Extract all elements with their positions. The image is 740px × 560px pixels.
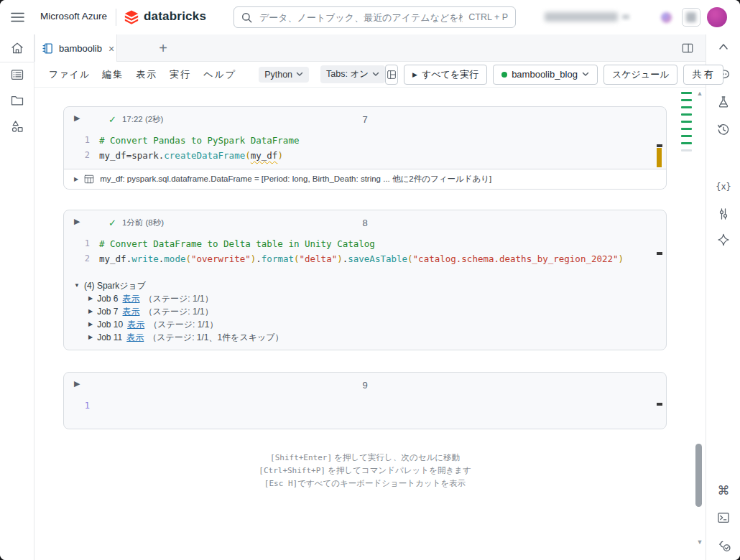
language-selector[interactable]: Python	[259, 67, 309, 83]
variable-explorer-icon[interactable]: {x}	[706, 182, 740, 192]
workspace-list-icon[interactable]	[10, 67, 24, 82]
editor-scroll-thumb[interactable]	[657, 144, 662, 147]
azure-label: Microsoft Azure	[40, 11, 107, 22]
cluster-selector[interactable]: bamboolib_blog	[493, 65, 598, 85]
menu-view[interactable]: 表示	[136, 68, 157, 81]
settings-sliders-icon[interactable]	[716, 207, 731, 221]
search-input[interactable]	[258, 11, 464, 24]
hint-text: を押して実行し、次のセルに移動	[332, 453, 460, 462]
tab-bamboolib[interactable]: bamboolib ×	[34, 34, 117, 62]
editor-scroll-thumb[interactable]	[657, 252, 662, 255]
cluster-label: bamboolib_blog	[512, 69, 578, 80]
code-token: "catalog.schema.deaths_by_region_2022"	[413, 253, 619, 264]
line-number: 2	[64, 148, 99, 163]
cell-status-marker	[681, 128, 692, 130]
menu-help[interactable]: ヘルプ	[203, 68, 236, 81]
home-icon[interactable]	[10, 41, 24, 55]
expand-icon[interactable]: ▶	[88, 296, 93, 302]
cell-header: ▶ 9	[64, 373, 666, 398]
spark-jobs-label: (4) Sparkジョブ	[84, 280, 146, 292]
tabs-toggle[interactable]: Tabs: オン	[320, 65, 385, 83]
job-view-link[interactable]: 表示	[127, 319, 144, 331]
code-line-content: # Convert DataFrame to Delta table in Un…	[99, 236, 375, 251]
menu-file[interactable]: ファイル	[49, 68, 90, 81]
layout-grid-button[interactable]	[385, 65, 398, 85]
job-view-link[interactable]: 表示	[126, 332, 144, 344]
spark-jobs-header[interactable]: ▼ (4) Sparkジョブ	[74, 279, 666, 292]
hamburger-menu-icon[interactable]	[11, 12, 24, 22]
chevron-down-icon	[296, 72, 303, 77]
expand-icon[interactable]: ▶	[88, 335, 93, 340]
warning-marker	[657, 148, 662, 167]
cell-status: ✓ 1分前 (8秒)	[108, 218, 164, 228]
spark-job-row: ▶ Job 7 表示 （ステージ: 1/1）	[74, 305, 666, 318]
menu-run[interactable]: 実行	[170, 68, 191, 81]
code-token: mode	[164, 253, 185, 264]
workflows-shapes-icon[interactable]	[10, 119, 24, 134]
app-window: Microsoft Azure databricks CTRL + P	[0, 0, 740, 560]
job-name: Job 7	[97, 307, 118, 317]
schedule-button[interactable]: スケジュール	[603, 65, 678, 85]
code-token: )	[619, 253, 624, 264]
code-line[interactable]: 2 my_df.write.mode("overwrite").format("…	[64, 251, 666, 266]
code-token: "overwrite"	[191, 253, 251, 264]
topbar-action-button[interactable]	[682, 8, 700, 27]
code-line[interactable]: 1 # Convert DataFrame to Delta table in …	[64, 236, 666, 251]
user-avatar[interactable]	[707, 7, 727, 27]
right-panel-rail: {x} ⌘	[706, 34, 740, 560]
experiments-flask-icon[interactable]	[716, 95, 731, 109]
code-line[interactable]: 1	[64, 398, 666, 414]
cell-header: ▶ 7 ✓ 17:22 (2秒)	[64, 107, 666, 133]
notebook-cell-9: ▶ 9 1	[63, 372, 667, 429]
spark-job-row: ▶ Job 11 表示 （ステージ: 1/1、1件をスキップ）	[74, 331, 666, 344]
job-name: Job 6	[97, 294, 118, 304]
execution-time: 1分前 (8秒)	[122, 218, 164, 228]
job-view-link[interactable]: 表示	[123, 306, 140, 318]
expand-icon[interactable]: ▶	[88, 309, 93, 314]
menu-edit[interactable]: 編集	[102, 68, 124, 81]
output-expander-icon[interactable]: ▶	[74, 176, 78, 182]
code-token: saveAsTable	[348, 253, 407, 264]
split-view-icon[interactable]	[681, 42, 694, 55]
notebook-icon	[42, 42, 54, 55]
assistant-sparkle-icon[interactable]	[716, 233, 731, 247]
keyboard-hints: [Shift+Enter] を押して実行し、次のセルに移動 [Ctrl+Shif…	[63, 450, 667, 489]
tab-close-icon[interactable]: ×	[108, 44, 114, 54]
global-search[interactable]: CTRL + P	[233, 6, 516, 28]
databricks-wordmark: databricks	[144, 9, 206, 24]
cell-status-marker	[681, 113, 692, 116]
job-stage: （ステージ: 1/1）	[144, 306, 213, 318]
databricks-logo-icon	[124, 9, 139, 25]
expand-icon[interactable]: ▶	[88, 322, 93, 327]
job-name: Job 11	[97, 332, 122, 342]
workspace-selector-redacted[interactable]	[545, 12, 618, 22]
cell-status: ✓ 17:22 (2秒)	[108, 114, 163, 125]
cell-header: ▶ 8 ✓ 1分前 (8秒)	[64, 210, 666, 236]
job-name: Job 10	[97, 319, 123, 330]
terminal-icon[interactable]	[716, 510, 731, 525]
scroll-up-icon[interactable]: ▲	[693, 90, 706, 97]
job-stage: （ステージ: 1/1）	[149, 319, 218, 331]
notebook-cell-7: ▶ 7 ✓ 17:22 (2秒) 1 # Convert Pandas to P…	[63, 106, 667, 190]
code-line-content: my_df=spark.createDataFrame(my_df)	[99, 148, 283, 163]
code-token: write	[131, 253, 159, 264]
editor-scroll-thumb[interactable]	[657, 403, 662, 406]
folder-icon[interactable]	[10, 93, 24, 108]
job-view-link[interactable]: 表示	[123, 293, 140, 305]
code-line[interactable]: 1 # Convert Pandas to PySpark DataFrame	[64, 133, 666, 148]
scroll-down-icon[interactable]: ▼	[693, 538, 706, 546]
version-history-icon[interactable]	[716, 122, 731, 136]
share-button[interactable]: 共有	[683, 65, 723, 85]
job-stage: （ステージ: 1/1、1件をスキップ）	[148, 332, 283, 344]
notebook-scrollbar-thumb[interactable]	[695, 444, 702, 507]
new-tab-button[interactable]: +	[154, 39, 172, 57]
status-orb-icon[interactable]	[661, 12, 672, 23]
code-token: (	[245, 150, 251, 161]
code-line-content: # Convert Pandas to PySpark DataFrame	[99, 133, 299, 148]
collapse-up-icon[interactable]	[716, 42, 731, 56]
code-line[interactable]: 2 my_df=spark.createDataFrame(my_df)	[64, 148, 666, 163]
spark-jobs-panel: ▼ (4) Sparkジョブ ▶ Job 6 表示 （ステージ: 1/1） ▶ …	[64, 279, 666, 344]
keyboard-shortcuts-icon[interactable]: ⌘	[706, 483, 740, 498]
environment-check-icon[interactable]	[716, 537, 731, 551]
run-all-button[interactable]: ▶ すべてを実行	[404, 65, 487, 85]
